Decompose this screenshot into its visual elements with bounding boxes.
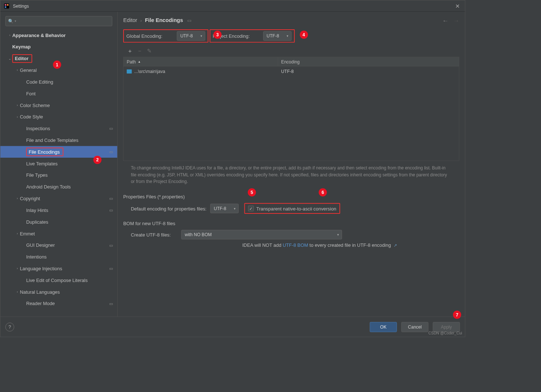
sidebar-item-live-edit-of-compose-literals[interactable]: Live Edit of Compose Literals [0,274,117,286]
annotation-badge-6: 6 [319,188,327,196]
search-field[interactable]: 🔍 ▾ [5,16,113,26]
sidebar-item-file-and-code-templates[interactable]: File and Code Templates [0,134,117,146]
bom-create-dropdown[interactable]: with NO BOM [181,230,342,239]
sidebar-item-label: File and Code Templates [26,138,113,143]
svg-rect-1 [5,4,6,6]
col-encoding[interactable]: Encoding [278,57,459,66]
help-button[interactable]: ? [5,322,14,331]
bom-hint: IDEA will NOT add UTF-8 BOM to every cre… [123,242,459,248]
app-icon [3,3,10,9]
title-bar: Settings ✕ [0,0,465,12]
chevron-right-icon: › [15,197,20,200]
sidebar-item-code-editing[interactable]: Code Editing [0,76,117,88]
help-text: To change encoding IntelliJ IDEA uses fo… [123,165,459,191]
table-row[interactable]: ...\src\main\javaUTF-8 [124,66,459,76]
sidebar-item-natural-languages[interactable]: ›Natural Languages [0,286,117,298]
sort-asc-icon: ▲ [138,60,141,63]
bom-row: Create UTF-8 files: with NO BOM [123,230,459,239]
close-icon[interactable]: ✕ [453,2,462,9]
project-scope-icon: ▭ [109,301,113,306]
sidebar-item-label: GUI Designer [26,242,109,248]
external-link-icon: ↗ [394,243,397,248]
table-header: Path ▲ Encoding [124,57,459,67]
annotation-badge-4: 4 [300,30,308,39]
folder-icon [127,69,132,73]
sidebar-item-intentions[interactable]: Intentions [0,251,117,263]
chevron-down-icon: ⌄ [7,57,12,60]
sidebar-item-color-scheme[interactable]: ›Color Scheme [0,99,117,111]
annotation-badge-1: 1 [53,61,61,69]
project-encoding-row: Project Encoding: UTF-8 [210,29,295,43]
settings-tree: ›Appearance & BehaviorKeymap⌄Editor›Gene… [0,29,117,316]
sidebar-item-inspections[interactable]: Inspections▭ [0,123,117,135]
project-scope-icon: ▭ [109,126,113,131]
project-encoding-dropdown[interactable]: UTF-8 [263,31,291,41]
sidebar-item-font[interactable]: Font [0,88,117,99]
sidebar-item-label: General [20,67,113,73]
sidebar-item-language-injections[interactable]: ›Language Injections▭ [0,263,117,274]
sidebar-item-label: Code Editing [26,79,113,85]
sidebar-item-label: Android Design Tools [26,184,113,190]
remove-icon: − [138,48,141,54]
settings-window: Settings ✕ 🔍 ▾ ›Appearance & BehaviorKey… [0,0,465,337]
ok-button[interactable]: OK [370,322,397,332]
sidebar-item-inlay-hints[interactable]: Inlay Hints▭ [0,204,117,216]
transparent-ascii-checkbox[interactable]: ✓ [248,206,254,211]
chevron-right-icon: › [140,18,142,23]
project-scope-icon: ▭ [109,150,113,154]
edit-icon: ✎ [147,48,151,55]
search-input[interactable] [18,19,109,23]
sidebar-item-label: Duplicates [26,219,113,225]
transparent-ascii-group: ✓ Transparent native-to-ascii conversion [244,203,340,214]
col-path-label: Path [127,59,136,64]
sidebar-item-code-style[interactable]: ›Code Style [0,111,117,123]
main-panel: Editor › File Encodings ▭ ← → Global Enc… [118,12,465,317]
sidebar-item-android-design-tools[interactable]: Android Design Tools [0,181,117,193]
sidebar-item-keymap[interactable]: Keymap [0,41,117,53]
back-arrow-icon[interactable]: ← [442,17,449,24]
sidebar-item-label: Code Style [20,114,113,120]
col-path[interactable]: Path ▲ [124,57,278,66]
sidebar-item-label: Keymap [12,44,113,50]
bom-hint-prefix: IDEA will NOT add [242,242,283,248]
global-encoding-dropdown[interactable]: UTF-8 [177,31,205,41]
project-scope-icon: ▭ [109,196,113,201]
cancel-button[interactable]: Cancel [401,322,428,332]
chevron-right-icon: › [15,103,20,107]
add-icon[interactable]: ＋ [127,48,133,55]
sidebar-item-label: File Types [26,172,113,178]
sidebar-item-label: Reader Mode [26,301,109,306]
cell-encoding: UTF-8 [278,69,459,74]
global-encoding-row: Global Encoding: UTF-8 [123,29,208,43]
sidebar-item-file-encodings[interactable]: File Encodings▭ [0,146,117,158]
sidebar-item-label: Emmet [20,231,113,237]
body: 🔍 ▾ ›Appearance & BehaviorKeymap⌄Editor›… [0,12,465,317]
sidebar-item-gui-designer[interactable]: GUI Designer▭ [0,239,117,251]
sidebar-item-label: Copyright [20,196,109,201]
bom-create-label: Create UTF-8 files: [131,232,181,238]
sidebar-item-emmet[interactable]: ›Emmet [0,228,117,239]
chevron-down-icon: ▾ [15,19,16,23]
properties-default-label: Default encoding for properties files: [131,206,207,211]
breadcrumb-leaf: File Encodings [145,17,183,23]
path-text: ...\src\main\java [134,69,165,74]
chevron-right-icon: › [15,115,20,118]
window-title: Settings [13,3,453,8]
sidebar-item-copyright[interactable]: ›Copyright▭ [0,193,117,204]
svg-rect-2 [7,4,8,6]
properties-section-header: Properties Files (*.properties) [123,194,459,199]
chevron-right-icon: › [15,69,20,72]
apply-button[interactable]: Apply [433,322,460,332]
sidebar-item-label: Font [26,91,113,96]
properties-default-dropdown[interactable]: UTF-8 [210,204,239,213]
sidebar-item-appearance-behavior[interactable]: ›Appearance & Behavior [0,29,117,41]
sidebar-item-file-types[interactable]: File Types [0,169,117,181]
breadcrumb-root[interactable]: Editor [123,17,137,23]
chevron-right-icon: › [15,232,20,235]
encoding-table: Path ▲ Encoding ...\src\main\javaUTF-8 [123,57,459,161]
svg-rect-3 [5,6,6,8]
utf8-bom-link[interactable]: UTF-8 BOM [283,242,308,248]
sidebar-item-label: File Encodings [26,147,109,156]
sidebar-item-reader-mode[interactable]: Reader Mode▭ [0,298,117,309]
sidebar-item-duplicates[interactable]: Duplicates [0,216,117,228]
